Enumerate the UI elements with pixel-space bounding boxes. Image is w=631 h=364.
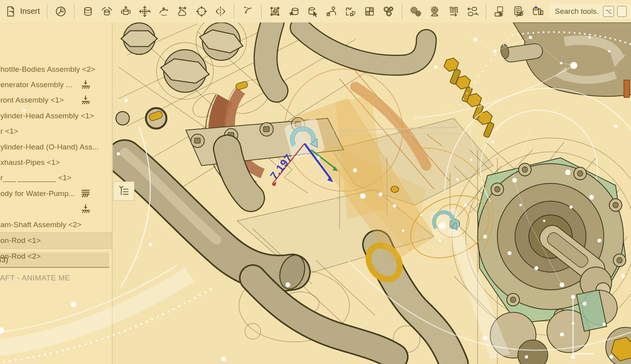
joint-button[interactable] <box>325 4 339 19</box>
mirror-flip-icon <box>214 5 227 18</box>
insert-button[interactable]: Insert <box>4 4 41 19</box>
star-cylinder-icon <box>287 5 300 18</box>
extrude-button[interactable] <box>119 4 133 19</box>
tree-item[interactable]: r <1> <box>0 124 112 139</box>
gear-tool-button[interactable] <box>428 4 442 19</box>
extrude-cylinder-icon <box>119 5 132 18</box>
snap-mode-button[interactable] <box>241 4 255 19</box>
gear-relation-button[interactable] <box>409 4 423 19</box>
section-button[interactable] <box>493 4 507 19</box>
tree-item-label: am-Shaft Assembly <2> <box>0 220 82 229</box>
toolbar-separator <box>261 4 261 19</box>
bom-button[interactable] <box>530 4 545 19</box>
assembly-tree-panel: hottle-Bodies Assembly <2>enerator Assem… <box>0 22 112 364</box>
snap-path-icon <box>241 5 254 18</box>
toolbar-separator <box>234 4 234 19</box>
tree-item-label: xhaust-Pipes <1> <box>0 158 60 167</box>
tree-item[interactable]: xhaust-Pipes <1> <box>0 155 112 170</box>
toolbar-separator <box>402 4 402 19</box>
belt-button[interactable] <box>465 4 480 19</box>
pattern-button[interactable] <box>362 4 377 19</box>
translate-button[interactable] <box>175 4 190 19</box>
tree-item-label: hottle-Bodies Assembly <2> <box>0 65 95 74</box>
tree-item[interactable]: ylinder-Head Assembly <1> <box>0 108 112 123</box>
pattern-grid-icon <box>363 5 376 18</box>
insert-button-label: Insert <box>20 7 40 16</box>
orbit-crosshair-icon <box>195 5 208 18</box>
rotate-cylinder-icon <box>101 5 113 18</box>
toolbar-separator <box>74 4 75 19</box>
translate-body-icon <box>176 5 189 18</box>
mate-parts-icon <box>344 5 357 18</box>
spring-button[interactable] <box>446 4 461 19</box>
tree-item-label: ylinder-Head (O-Hand) Ass... <box>0 143 99 151</box>
revolve-button[interactable] <box>100 4 114 19</box>
tree-item[interactable]: ront Assembly <1> <box>0 93 112 108</box>
mate-button[interactable] <box>344 4 358 19</box>
search-tools-box[interactable]: ⌥ <box>549 4 631 19</box>
search-tools-input[interactable] <box>554 7 600 16</box>
3d-viewport[interactable]: 7.197 <box>113 22 631 364</box>
grounded-icon <box>80 95 91 106</box>
tree-item-label: r <1> <box>0 127 18 136</box>
assembly-tree: hottle-Bodies Assembly <2>enerator Assem… <box>0 22 112 264</box>
belt-toggle-icon <box>466 5 479 18</box>
shortcut-keycap-partial <box>617 6 627 17</box>
mates-section-header[interactable]: 43) <box>0 252 109 268</box>
transform-button[interactable] <box>268 4 282 19</box>
fixed-icon <box>80 188 91 199</box>
hide-doc-icon <box>512 5 525 18</box>
insert-page-icon <box>5 5 17 18</box>
tree-item-label: on-Rod <1> <box>0 236 41 245</box>
select-part-button[interactable] <box>306 4 320 19</box>
tree-item[interactable]: on-Rod <1> <box>0 232 112 248</box>
select-cylinder-icon <box>306 5 319 18</box>
rotation-manipulator-secondary[interactable] <box>429 207 461 239</box>
tree-item[interactable]: ody for Water-Pump... <box>0 186 112 201</box>
free-rotate-button[interactable] <box>157 4 171 19</box>
tree-item-label: ody for Water-Pump... <box>0 189 75 198</box>
orbit-button[interactable] <box>194 4 209 19</box>
grounded-icon <box>80 203 91 215</box>
mate-item-label: AFT - ANIMATE ME <box>0 274 70 282</box>
spring-coil-icon <box>447 5 460 18</box>
shortcut-keycap: ⌥ <box>603 6 614 17</box>
mate-item[interactable]: AFT - ANIMATE ME <box>0 271 70 285</box>
structure-list-icon <box>118 185 130 198</box>
tree-item[interactable] <box>0 202 112 217</box>
linkage-button[interactable] <box>381 4 396 19</box>
gear-linkage-icon <box>382 5 395 18</box>
tree-item-label: ylinder-Head Assembly <1> <box>0 112 94 120</box>
gear-stand-icon <box>428 5 441 18</box>
bom-chart-icon <box>531 5 544 18</box>
tree-item[interactable]: hottle-Bodies Assembly <2> <box>0 62 112 77</box>
tree-item-label: r___ _________ <1> <box>0 174 71 182</box>
tree-item-label: enerator Assembly ... <box>0 80 73 89</box>
tree-item-label: ront Assembly <1> <box>0 96 64 105</box>
section-roll-icon <box>493 5 506 18</box>
tree-item[interactable]: r___ _________ <1> <box>0 170 112 186</box>
engine-assembly-rendering: 7.197 <box>113 22 631 364</box>
move-button[interactable] <box>138 4 152 19</box>
hide-drawing-button[interactable] <box>512 4 526 19</box>
history-button[interactable] <box>54 4 68 19</box>
cylinder-icon <box>82 5 94 18</box>
move-arrows-icon <box>138 5 151 18</box>
toolbar-separator <box>47 4 47 19</box>
free-rotate-icon <box>157 5 170 18</box>
tree-item[interactable]: am-Shaft Assembly <2> <box>0 217 112 232</box>
transform-box-icon <box>269 5 281 18</box>
gears-pair-icon <box>409 5 422 18</box>
mates-section-label: 43) <box>0 256 8 264</box>
tree-item[interactable]: ylinder-Head (O-Hand) Ass... <box>0 139 112 155</box>
mirror-button[interactable] <box>213 4 228 19</box>
ball-joint-icon <box>325 5 338 18</box>
tree-item[interactable]: enerator Assembly ... <box>0 77 112 92</box>
toolbar-separator <box>486 4 486 19</box>
insert-feature-button[interactable] <box>287 4 301 19</box>
history-clock-icon <box>54 5 67 18</box>
solid-body-button[interactable] <box>81 4 95 19</box>
grounded-icon <box>80 79 91 90</box>
assembly-structure-toggle-button[interactable] <box>113 181 134 201</box>
main-toolbar: Insert ⌥ <box>0 0 631 22</box>
